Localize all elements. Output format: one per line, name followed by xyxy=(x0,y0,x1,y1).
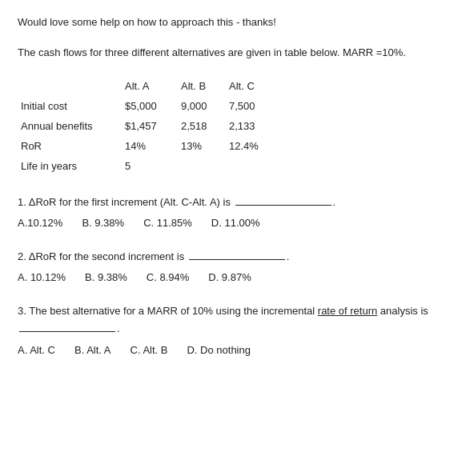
col-b-header: Alt. B xyxy=(178,78,226,94)
q1-title: 1. ΔRoR for the first increment (Alt. C-… xyxy=(18,194,456,211)
q2-option-b: B. 9.38% xyxy=(85,269,127,286)
row1-c: 7,500 xyxy=(226,98,274,114)
row2-label: Annual benefits xyxy=(18,118,122,134)
intro-text: Would love some help on how to approach … xyxy=(18,14,456,30)
q3-number: 3. xyxy=(18,305,26,317)
q3-blank xyxy=(19,331,115,332)
col-c-header: Alt. C xyxy=(226,78,274,94)
row4-c xyxy=(226,158,274,174)
col-a-header: Alt. A xyxy=(122,78,178,94)
q3-title: 3. The best alternative for a MARR of 10… xyxy=(18,302,456,338)
q3-text-after: analysis is xyxy=(377,305,428,317)
row2-c: 2,133 xyxy=(226,118,274,134)
row2-b: 2,518 xyxy=(178,118,226,134)
q3-option-a: A. Alt. C xyxy=(18,342,55,359)
q2-title: 2. ΔRoR for the second increment is . xyxy=(18,248,456,266)
q1-period: . xyxy=(333,196,336,208)
q2-period: . xyxy=(287,250,290,262)
q2-option-d: D. 9.87% xyxy=(208,269,251,286)
q3-text-before: The best alternative for a MARR of 10% u… xyxy=(29,305,318,317)
row4-label: Life in years xyxy=(18,158,122,174)
row1-b: 9,000 xyxy=(178,98,226,114)
q3-option-d: D. Do nothing xyxy=(187,342,251,359)
row1-label: Initial cost xyxy=(18,98,122,114)
row3-a: 14% xyxy=(122,138,178,154)
q3-options: A. Alt. C B. Alt. A C. Alt. B D. Do noth… xyxy=(18,342,456,359)
data-table: Alt. A Alt. B Alt. C Initial cost $5,000… xyxy=(18,78,456,174)
row2-a: $1,457 xyxy=(122,118,178,134)
col-label-header xyxy=(18,78,122,94)
question-1: 1. ΔRoR for the first increment (Alt. C-… xyxy=(18,194,456,232)
q3-text-underline: rate of return xyxy=(318,305,377,317)
row3-label: RoR xyxy=(18,138,122,154)
q1-blank xyxy=(235,205,331,206)
row3-b: 13% xyxy=(178,138,226,154)
q1-option-d: D. 11.00% xyxy=(211,214,260,232)
q1-options: A.10.12% B. 9.38% C. 11.85% D. 11.00% xyxy=(18,214,456,232)
q3-period: . xyxy=(117,322,120,334)
q2-blank xyxy=(189,259,285,260)
q2-option-a: A. 10.12% xyxy=(18,269,66,286)
question-2: 2. ΔRoR for the second increment is . A.… xyxy=(18,248,456,286)
q1-text: ΔRoR for the first increment (Alt. C-Alt… xyxy=(29,196,231,208)
q1-option-a: A.10.12% xyxy=(18,214,62,232)
q2-number: 2. xyxy=(18,250,26,262)
row1-a: $5,000 xyxy=(122,98,178,114)
question-3: 3. The best alternative for a MARR of 10… xyxy=(18,302,456,358)
row3-c: 12.4% xyxy=(226,138,274,154)
q2-option-c: C. 8.94% xyxy=(147,269,189,286)
q1-option-c: C. 11.85% xyxy=(143,214,192,232)
q2-options: A. 10.12% B. 9.38% C. 8.94% D. 9.87% xyxy=(18,269,456,286)
q1-option-b: B. 9.38% xyxy=(82,214,124,232)
description-text: The cash flows for three different alter… xyxy=(18,45,456,61)
row4-b xyxy=(178,158,226,174)
row4-a: 5 xyxy=(122,158,178,174)
q3-option-c: C. Alt. B xyxy=(131,342,168,359)
q3-option-b: B. Alt. A xyxy=(74,342,111,359)
q1-number: 1. xyxy=(18,196,26,208)
q2-text: ΔRoR for the second increment is xyxy=(29,250,184,262)
